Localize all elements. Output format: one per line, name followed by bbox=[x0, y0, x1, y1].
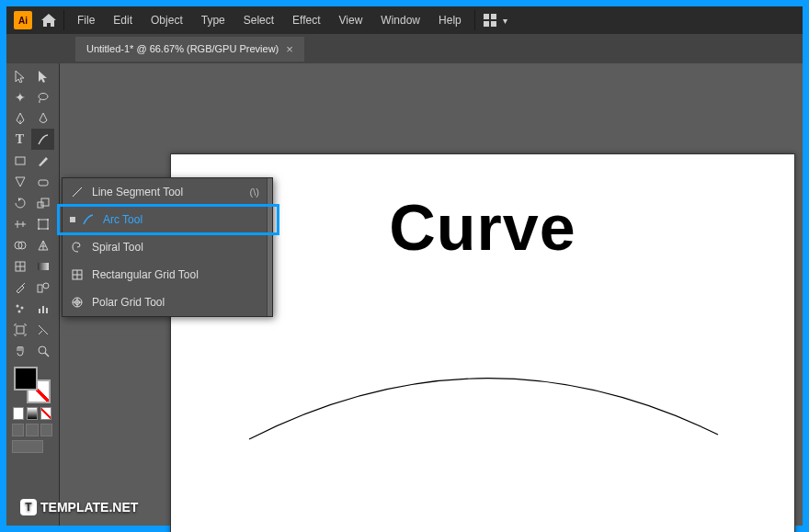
svg-point-4 bbox=[39, 93, 48, 99]
watermark: T TEMPLATE.NET bbox=[20, 499, 138, 515]
blend-tool[interactable] bbox=[31, 277, 54, 298]
width-tool[interactable] bbox=[8, 213, 31, 234]
menu-divider bbox=[474, 10, 475, 30]
screen-mode-row[interactable] bbox=[12, 440, 52, 453]
svg-rect-6 bbox=[39, 180, 48, 186]
app-window: Ai File Edit Object Type Select Effect V… bbox=[6, 6, 803, 526]
rectangle-tool[interactable] bbox=[8, 150, 31, 171]
artboard-tool[interactable] bbox=[8, 319, 31, 340]
flyout-label: Line Segment Tool bbox=[92, 186, 183, 198]
flyout-rectangular-grid-tool[interactable]: Rectangular Grid Tool bbox=[63, 261, 267, 289]
tab-label: Untitled-1* @ 66.67% (RGB/GPU Preview) bbox=[86, 43, 279, 54]
flyout-line-segment-tool[interactable]: Line Segment Tool (\) bbox=[63, 178, 267, 206]
direct-selection-tool[interactable] bbox=[31, 65, 54, 86]
flyout-label: Arc Tool bbox=[103, 213, 142, 226]
selection-tool[interactable] bbox=[8, 65, 31, 86]
headline-text: Curve bbox=[389, 191, 575, 265]
rotate-tool[interactable] bbox=[8, 192, 31, 213]
arc-icon bbox=[81, 212, 96, 227]
draw-normal[interactable] bbox=[12, 424, 24, 436]
menu-window[interactable]: Window bbox=[371, 6, 429, 34]
pen-tool[interactable] bbox=[8, 108, 31, 129]
watermark-text: TEMPLATE.NET bbox=[40, 500, 138, 515]
menu-effect[interactable]: Effect bbox=[283, 6, 329, 34]
flyout-spiral-tool[interactable]: Spiral Tool bbox=[63, 233, 267, 261]
color-mode-none[interactable] bbox=[40, 407, 51, 420]
app-logo-icon: Ai bbox=[14, 11, 32, 29]
column-graph-tool[interactable] bbox=[31, 298, 54, 319]
rect-grid-icon bbox=[70, 267, 85, 282]
svg-rect-2 bbox=[484, 21, 489, 27]
mesh-tool[interactable] bbox=[8, 255, 31, 277]
spiral-icon bbox=[70, 240, 85, 255]
svg-rect-0 bbox=[484, 14, 489, 19]
eraser-tool[interactable] bbox=[31, 171, 54, 192]
menu-select[interactable]: Select bbox=[234, 6, 283, 34]
menu-help[interactable]: Help bbox=[429, 6, 471, 34]
lasso-tool[interactable] bbox=[31, 86, 54, 108]
menu-object[interactable]: Object bbox=[142, 6, 192, 34]
menu-file[interactable]: File bbox=[68, 6, 104, 34]
draw-inside[interactable] bbox=[40, 424, 52, 436]
svg-rect-5 bbox=[16, 157, 25, 164]
color-mode-gradient[interactable] bbox=[27, 407, 38, 420]
work-area: ✦ T bbox=[6, 63, 803, 526]
color-mode-solid[interactable] bbox=[13, 407, 24, 420]
svg-point-11 bbox=[47, 219, 49, 221]
hand-tool[interactable] bbox=[8, 340, 31, 361]
svg-rect-3 bbox=[491, 21, 496, 27]
document-tab[interactable]: Untitled-1* @ 66.67% (RGB/GPU Preview) × bbox=[75, 37, 304, 62]
paintbrush-tool[interactable] bbox=[31, 150, 54, 171]
scale-tool[interactable] bbox=[31, 192, 54, 213]
draw-behind[interactable] bbox=[26, 424, 38, 436]
flyout-polar-grid-tool[interactable]: Polar Grid Tool bbox=[63, 289, 267, 316]
tearoff-handle[interactable] bbox=[267, 178, 272, 316]
workspace-switcher-icon[interactable] bbox=[479, 9, 501, 31]
svg-line-28 bbox=[73, 187, 82, 197]
selected-indicator-icon bbox=[70, 217, 75, 222]
menu-view[interactable]: View bbox=[330, 6, 372, 34]
line-segment-tool[interactable] bbox=[31, 129, 54, 150]
tab-bar: Untitled-1* @ 66.67% (RGB/GPU Preview) × bbox=[6, 34, 803, 63]
menu-edit[interactable]: Edit bbox=[104, 6, 142, 34]
svg-point-10 bbox=[38, 219, 40, 221]
zoom-tool[interactable] bbox=[31, 340, 54, 361]
toolbox: ✦ T bbox=[6, 63, 60, 526]
svg-point-13 bbox=[47, 228, 49, 230]
screen-mode-button[interactable] bbox=[12, 440, 43, 453]
svg-rect-24 bbox=[42, 306, 44, 313]
magic-wand-tool[interactable]: ✦ bbox=[8, 86, 31, 108]
perspective-grid-tool[interactable] bbox=[31, 234, 54, 255]
svg-rect-7 bbox=[38, 202, 43, 208]
svg-rect-17 bbox=[38, 263, 49, 270]
curvature-tool[interactable] bbox=[31, 108, 54, 129]
symbol-sprayer-tool[interactable] bbox=[8, 298, 31, 319]
svg-point-21 bbox=[20, 306, 23, 309]
chevron-down-icon[interactable]: ▾ bbox=[503, 16, 507, 26]
svg-rect-23 bbox=[39, 309, 40, 313]
menu-bar: Ai File Edit Object Type Select Effect V… bbox=[6, 6, 803, 34]
svg-point-20 bbox=[16, 304, 18, 307]
menu-type[interactable]: Type bbox=[192, 6, 234, 34]
close-icon[interactable]: × bbox=[286, 42, 293, 56]
svg-point-22 bbox=[17, 310, 20, 312]
fill-stroke-swatch[interactable] bbox=[14, 367, 51, 403]
home-icon[interactable] bbox=[38, 9, 60, 31]
type-tool[interactable]: T bbox=[8, 129, 31, 150]
flyout-arc-tool[interactable]: Arc Tool bbox=[63, 206, 267, 233]
flyout-shortcut: (\) bbox=[250, 187, 259, 198]
svg-rect-26 bbox=[17, 326, 24, 334]
color-swatches bbox=[8, 363, 56, 458]
free-transform-tool[interactable] bbox=[31, 213, 54, 234]
color-mode-row bbox=[13, 407, 51, 420]
eyedropper-tool[interactable] bbox=[8, 277, 31, 298]
line-icon bbox=[70, 185, 85, 199]
gradient-tool[interactable] bbox=[31, 255, 54, 277]
draw-mode-row bbox=[12, 424, 52, 436]
shape-builder-tool[interactable] bbox=[8, 234, 31, 255]
slice-tool[interactable] bbox=[31, 319, 54, 340]
shaper-tool[interactable] bbox=[8, 171, 31, 192]
svg-point-27 bbox=[39, 346, 46, 354]
fill-swatch[interactable] bbox=[14, 367, 38, 391]
polar-grid-icon bbox=[70, 295, 85, 310]
